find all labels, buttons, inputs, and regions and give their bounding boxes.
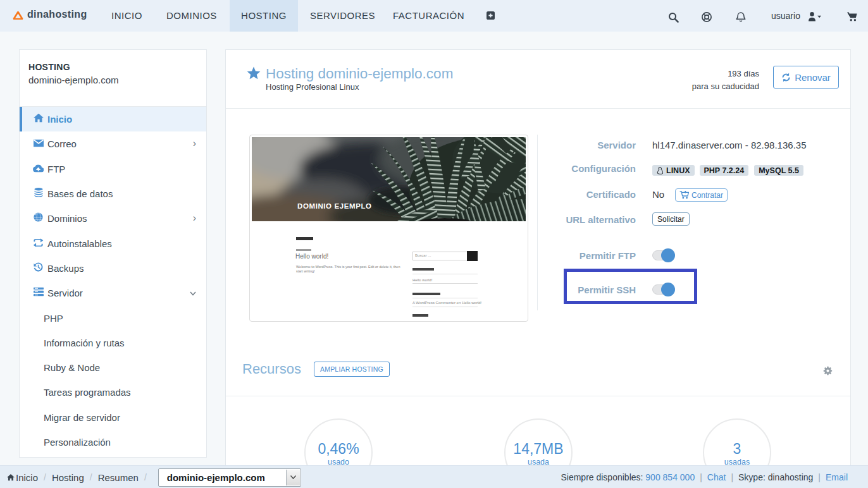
svg-text:DOMINIO EJEMPLO: DOMINIO EJEMPLO [297,202,372,210]
